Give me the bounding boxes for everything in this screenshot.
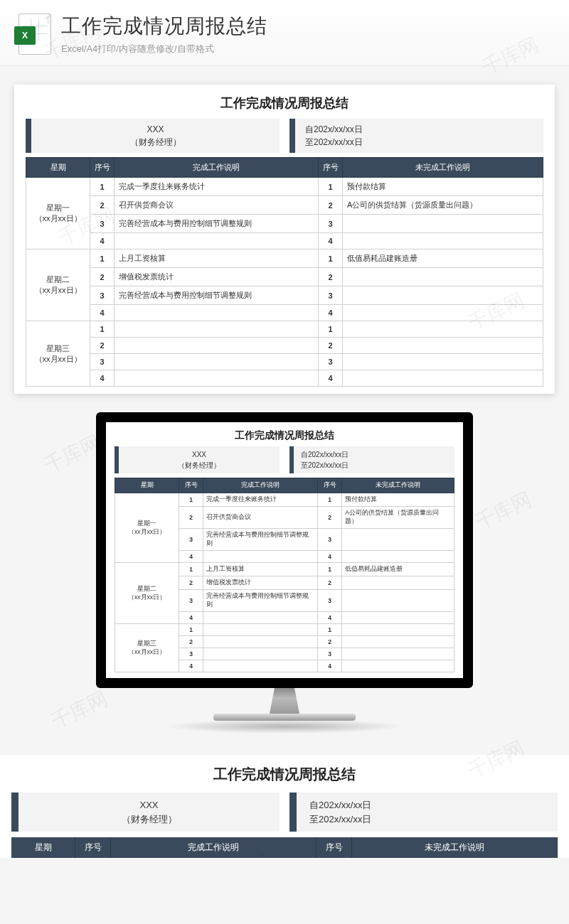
row-index: 3 (318, 648, 342, 660)
done-cell: 完成一季度往来账务统计 (203, 493, 318, 507)
row-index: 4 (179, 660, 203, 672)
date-to: 至202x/xx/xx日 (305, 136, 533, 149)
row-index: 3 (179, 590, 203, 612)
row-index: 1 (319, 178, 343, 196)
done-cell (115, 338, 319, 354)
row-index: 1 (90, 249, 115, 268)
info-author-box: XXX （财务经理） (115, 446, 280, 473)
info-author-box: XXX （财务经理） (26, 119, 280, 153)
row-index: 2 (318, 576, 342, 590)
undone-cell (342, 576, 454, 590)
undone-cell: 低值易耗品建账造册 (343, 249, 543, 268)
done-cell: 增值税发票统计 (115, 268, 319, 286)
preview-card-large: 工作完成情况周报总结 XXX （财务经理） 自202x/xx/xx日 至202x… (14, 85, 555, 394)
header-undone: 未完成工作说明 (342, 478, 454, 493)
date-from: 自202x/xx/xx日 (309, 798, 545, 812)
undone-cell: A公司的供货结算（货源质量出问题） (343, 196, 543, 215)
row-index: 1 (318, 624, 342, 636)
watermark: 千库网 (471, 486, 536, 536)
row-index: 4 (318, 612, 342, 624)
done-cell: 完善经营成本与费用控制细节调整规则 (203, 590, 318, 612)
table-row: 44 (26, 305, 543, 321)
undone-cell (342, 624, 454, 636)
row-index: 2 (90, 338, 115, 354)
row-index: 2 (179, 636, 203, 648)
done-cell: 召开供货商会议 (203, 507, 318, 529)
undone-cell (343, 370, 543, 387)
day-cell: 星期一（xx月xx日） (115, 493, 179, 563)
done-cell (203, 636, 318, 648)
report-title: 工作完成情况周报总结 (115, 429, 454, 442)
table-header-partial: 星期 序号 完成工作说明 序号 未完成工作说明 (11, 837, 558, 858)
excel-badge: X (14, 26, 36, 45)
undone-cell (342, 590, 454, 612)
row-index: 1 (90, 178, 115, 196)
row-index: 3 (319, 286, 343, 305)
row-index: 2 (319, 268, 343, 286)
row-index: 3 (90, 286, 115, 305)
row-index: 2 (179, 507, 203, 529)
row-index: 3 (179, 648, 203, 660)
author-role: （财务经理） (126, 460, 272, 471)
banner-subtitle: Excel/A4打印/内容随意修改/自带格式 (61, 43, 555, 55)
undone-cell (342, 551, 454, 563)
author-role: （财务经理） (31, 812, 267, 827)
header-done: 完成工作说明 (115, 158, 319, 178)
row-index: 2 (319, 338, 343, 354)
done-cell (203, 660, 318, 672)
done-cell (203, 551, 318, 563)
done-cell: 完善经营成本与费用控制细节调整规则 (203, 529, 318, 551)
table-row: 22 (26, 338, 543, 354)
date-from: 自202x/xx/xx日 (305, 123, 533, 136)
table-row: 3完善经营成本与费用控制细节调整规则3 (26, 286, 543, 305)
done-cell: 完成一季度往来账务统计 (115, 178, 319, 196)
row-index: 3 (179, 529, 203, 551)
row-index: 3 (318, 529, 342, 551)
info-date-box: 自202x/xx/xx日 至202x/xx/xx日 (289, 793, 558, 832)
header-undone: 未完成工作说明 (343, 158, 543, 178)
undone-cell: 预付款结算 (343, 178, 543, 196)
row-index: 1 (90, 321, 115, 338)
table-row: 2增值税发票统计2 (26, 268, 543, 286)
table-row: 星期三（xx月xx日）11 (115, 624, 454, 636)
table-row: 2召开供货商会议2A公司的供货结算（货源质量出问题） (26, 196, 543, 215)
row-index: 1 (179, 493, 203, 507)
preview-strip-bottom: 工作完成情况周报总结 XXX （财务经理） 自202x/xx/xx日 至202x… (0, 755, 569, 858)
row-index: 1 (179, 624, 203, 636)
row-index: 1 (179, 563, 203, 576)
undone-cell (343, 354, 543, 370)
table-row: 3完善经营成本与费用控制细节调整规则3 (26, 215, 543, 233)
date-to: 至202x/xx/xx日 (309, 812, 545, 827)
row-index: 2 (318, 507, 342, 529)
undone-cell (343, 338, 543, 354)
template-banner: X 工作完成情况周报总结 Excel/A4打印/内容随意修改/自带格式 (0, 0, 569, 66)
row-index: 3 (90, 354, 115, 370)
row-index: 4 (319, 370, 343, 387)
table-row: 星期二（xx月xx日）1上月工资核算1低值易耗品建账造册 (115, 563, 454, 576)
row-index: 4 (319, 233, 343, 249)
row-index: 3 (319, 354, 343, 370)
done-cell (203, 648, 318, 660)
done-cell (203, 624, 318, 636)
done-cell: 召开供货商会议 (115, 196, 319, 215)
done-cell: 完善经营成本与费用控制细节调整规则 (115, 286, 319, 305)
row-index: 4 (318, 660, 342, 672)
undone-cell: A公司的供货结算（货源质量出问题） (342, 507, 454, 529)
day-cell: 星期二（xx月xx日） (115, 563, 179, 624)
report-title: 工作完成情况周报总结 (11, 765, 558, 784)
row-index: 4 (90, 370, 115, 387)
undone-cell: 低值易耗品建账造册 (342, 563, 454, 576)
row-index: 3 (319, 215, 343, 233)
header-done: 完成工作说明 (203, 478, 318, 493)
undone-cell (343, 215, 543, 233)
undone-cell (342, 636, 454, 648)
done-cell (115, 370, 319, 387)
table-row: 星期一（xx月xx日）1完成一季度往来账务统计1预付款结算 (115, 493, 454, 507)
day-cell: 星期三（xx月xx日） (115, 624, 179, 672)
table-row: 星期二（xx月xx日）1上月工资核算1低值易耗品建账造册 (26, 249, 543, 268)
undone-cell (343, 286, 543, 305)
done-cell (203, 612, 318, 624)
monitor-mockup: 工作完成情况周报总结 XXX （财务经理） 自202x/xx/xx日 至202x… (96, 412, 473, 734)
done-cell: 上月工资核算 (203, 563, 318, 576)
info-author-box: XXX （财务经理） (11, 793, 280, 832)
